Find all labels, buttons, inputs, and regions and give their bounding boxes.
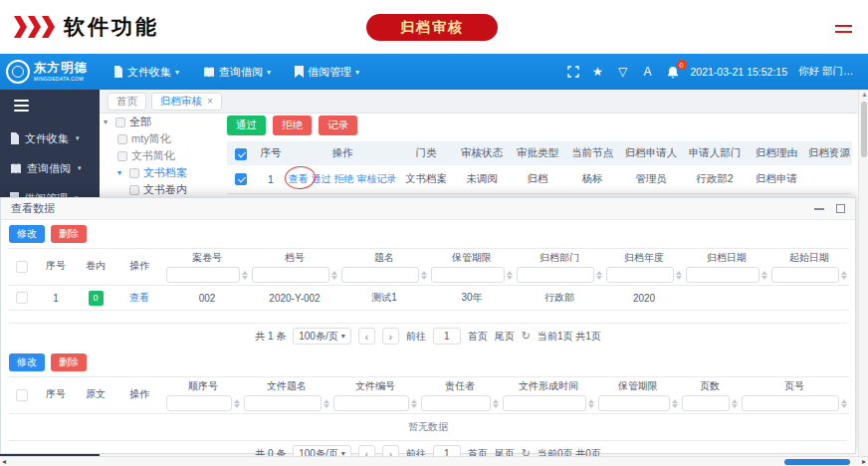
- pass-button[interactable]: 通过: [227, 116, 266, 135]
- tree-checkbox[interactable]: [129, 185, 139, 195]
- vertical-scrollbar[interactable]: ▲: [858, 90, 868, 456]
- select-all-checkbox[interactable]: [16, 389, 28, 401]
- count-badge[interactable]: 0: [89, 291, 104, 306]
- sort-icon[interactable]: [421, 271, 427, 280]
- filter-input[interactable]: [742, 395, 839, 411]
- filter-input[interactable]: [252, 267, 329, 283]
- page-size-select[interactable]: 100条/页▾: [293, 328, 350, 345]
- nav-item-borrow-manage[interactable]: 借阅管理 ▾: [283, 54, 371, 90]
- filter-input[interactable]: [421, 395, 491, 411]
- sort-icon[interactable]: [411, 399, 417, 408]
- select-all-checkbox[interactable]: [235, 148, 247, 160]
- sort-icon[interactable]: [761, 271, 767, 280]
- tree-checkbox[interactable]: [115, 117, 125, 127]
- sort-icon[interactable]: [841, 399, 847, 408]
- tree-node-wenshu-jianhua[interactable]: 文书简化: [104, 147, 225, 164]
- document-icon: [10, 132, 20, 144]
- scrollbar-thumb[interactable]: [861, 102, 867, 157]
- next-page-button[interactable]: ›: [382, 328, 399, 345]
- prev-page-button[interactable]: ‹: [358, 328, 375, 345]
- sort-icon[interactable]: [242, 271, 248, 280]
- sidebar-item-file-collect[interactable]: 文件收集 ▾: [0, 123, 100, 153]
- scroll-up-icon[interactable]: ▲: [861, 91, 868, 98]
- menu-icon[interactable]: [835, 25, 852, 37]
- user-greeting[interactable]: 你好 部门负责人: [798, 65, 862, 79]
- page-input[interactable]: 1: [433, 328, 461, 345]
- sort-icon[interactable]: [507, 271, 513, 280]
- reject-link[interactable]: 拒绝: [334, 173, 354, 184]
- section-badge: 归档审核: [366, 14, 498, 41]
- sort-icon[interactable]: [588, 399, 594, 408]
- delete-button[interactable]: 删除: [51, 353, 87, 371]
- delete-button[interactable]: 删除: [51, 225, 87, 243]
- audit-record-link[interactable]: 审核记录: [357, 173, 397, 184]
- row-checkbox[interactable]: [235, 173, 247, 185]
- filter-input[interactable]: [166, 267, 240, 283]
- view-link[interactable]: 查看: [289, 173, 309, 184]
- pass-link[interactable]: 通过: [312, 173, 331, 184]
- edit-button[interactable]: 修改: [9, 225, 45, 243]
- minimize-icon[interactable]: [814, 208, 824, 210]
- horizontal-scrollbar[interactable]: ◂ ▸: [0, 456, 868, 466]
- nav-item-file-collect[interactable]: 文件收集 ▾: [102, 54, 191, 90]
- filter-input[interactable]: [598, 395, 670, 411]
- sidebar-item-query-borrow[interactable]: 查询借阅 ▾: [0, 153, 100, 183]
- filter-input[interactable]: [503, 395, 586, 411]
- bell-icon[interactable]: 0: [666, 65, 680, 79]
- last-page-link[interactable]: 尾页: [495, 330, 515, 344]
- sort-icon[interactable]: [331, 271, 337, 280]
- tree-node-mty[interactable]: mty简化: [104, 130, 225, 147]
- record-button[interactable]: 记录: [319, 116, 357, 135]
- col-archive-dept: 归档部门: [515, 249, 604, 286]
- view-link[interactable]: 查看: [129, 292, 149, 303]
- tree-node-wenshu-juannei[interactable]: 文书卷内: [104, 181, 225, 198]
- close-icon[interactable]: ×: [207, 96, 213, 107]
- row-checkbox[interactable]: [16, 292, 28, 304]
- goto-label: 前往: [406, 330, 426, 344]
- scrollbar-thumb[interactable]: [784, 459, 850, 465]
- col-doc-title: 文件题名: [242, 377, 331, 414]
- tree-node-wenshu-dangan[interactable]: ▾ 文书档案: [104, 164, 225, 181]
- filter-input[interactable]: [341, 267, 419, 283]
- nav-item-query-borrow[interactable]: 查询借阅 ▾: [191, 54, 283, 90]
- tree-node-root[interactable]: ▾ 全部: [104, 114, 225, 130]
- tree-checkbox[interactable]: [117, 151, 127, 161]
- filter-input[interactable]: [771, 267, 839, 283]
- refresh-icon[interactable]: ↻: [522, 330, 531, 343]
- tree-checkbox[interactable]: [117, 134, 127, 144]
- filter-input[interactable]: [686, 267, 760, 283]
- sort-icon[interactable]: [234, 399, 240, 408]
- tab-home[interactable]: 首页: [108, 93, 146, 111]
- tab-archive-review[interactable]: 归档审核 ×: [151, 93, 222, 111]
- scroll-left-icon[interactable]: ◂: [2, 457, 6, 466]
- sort-icon[interactable]: [676, 271, 682, 280]
- sort-icon[interactable]: [841, 271, 847, 280]
- filter-input[interactable]: [166, 395, 232, 411]
- star-icon[interactable]: ★: [591, 65, 605, 79]
- sort-icon[interactable]: [672, 399, 678, 408]
- theme-icon[interactable]: ▽: [616, 65, 630, 79]
- edit-button[interactable]: 修改: [9, 353, 45, 371]
- sort-icon[interactable]: [596, 271, 602, 280]
- first-page-link[interactable]: 首页: [468, 330, 488, 344]
- caret-down-icon[interactable]: ▾: [117, 168, 125, 177]
- filter-input[interactable]: [244, 395, 322, 411]
- tree-checkbox[interactable]: [129, 168, 139, 178]
- caret-down-icon[interactable]: ▾: [104, 117, 111, 126]
- sort-icon[interactable]: [493, 399, 499, 408]
- filter-input[interactable]: [431, 267, 505, 283]
- font-size-icon[interactable]: A: [641, 65, 655, 79]
- sort-icon[interactable]: [324, 399, 329, 408]
- filter-input[interactable]: [333, 395, 409, 411]
- filter-input[interactable]: [606, 267, 674, 283]
- hamburger-icon[interactable]: [14, 100, 29, 112]
- total-count: 共 1 条: [255, 330, 286, 344]
- scroll-right-icon[interactable]: ▸: [862, 457, 866, 466]
- select-all-checkbox[interactable]: [16, 261, 28, 273]
- maximize-icon[interactable]: [836, 204, 845, 213]
- filter-input[interactable]: [517, 267, 594, 283]
- reject-button[interactable]: 拒绝: [273, 116, 312, 135]
- fullscreen-icon[interactable]: [566, 65, 580, 79]
- sort-icon[interactable]: [732, 399, 738, 408]
- filter-input[interactable]: [682, 395, 730, 411]
